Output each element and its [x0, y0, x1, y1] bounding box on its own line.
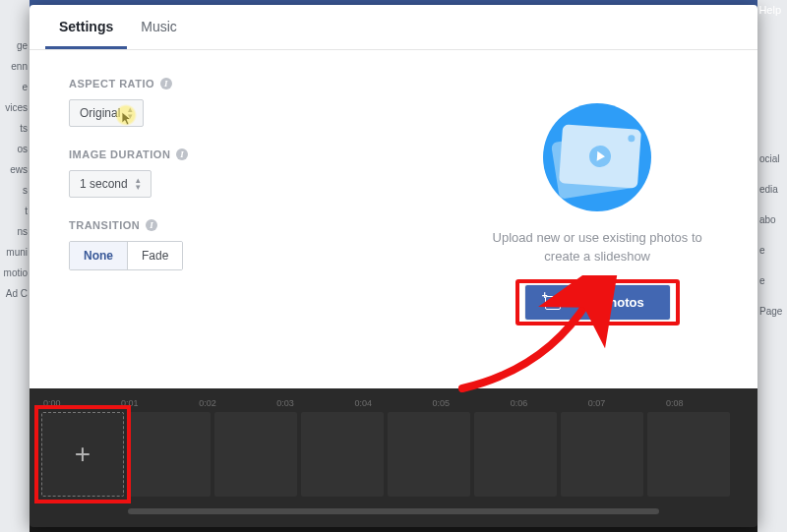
- updown-icon: ▴▾: [128, 106, 133, 120]
- aspect-ratio-value: Original: [80, 106, 120, 120]
- transition-none[interactable]: None: [70, 242, 127, 269]
- image-duration-label: IMAGE DURATION: [69, 148, 170, 160]
- tab-settings[interactable]: Settings: [45, 5, 127, 49]
- play-icon: [588, 145, 611, 167]
- timeline-panel: 0:000:010:020:030:040:050:060:070:08 +: [30, 388, 757, 527]
- slideshow-creator-modal: Settings Music ASPECT RATIO i Original ▴…: [30, 5, 757, 527]
- info-icon[interactable]: i: [176, 148, 188, 160]
- aspect-ratio-dropdown[interactable]: Original ▴▾: [69, 99, 144, 127]
- tabbar: Settings Music: [30, 5, 757, 50]
- add-photos-button[interactable]: Add Photos: [525, 285, 670, 320]
- timeline-slot[interactable]: [214, 412, 297, 497]
- tick: 0:00: [43, 398, 121, 408]
- timeline-ruler: 0:000:010:020:030:040:050:060:070:08: [30, 392, 757, 410]
- image-duration-section: IMAGE DURATION i 1 second ▴▾: [69, 148, 397, 198]
- aspect-ratio-section: ASPECT RATIO i Original ▴▾: [69, 78, 397, 127]
- tick: 0:04: [354, 398, 432, 408]
- plus-icon: +: [75, 439, 91, 470]
- info-icon[interactable]: i: [160, 78, 172, 89]
- preview-panel: Upload new or use existing photos to cre…: [437, 50, 757, 388]
- help-link[interactable]: Help: [758, 4, 781, 16]
- tick: 0:08: [666, 398, 744, 408]
- slideshow-illustration: [533, 103, 661, 211]
- timeline-slot[interactable]: [561, 412, 643, 497]
- aspect-ratio-label: ASPECT RATIO: [69, 78, 154, 89]
- add-photos-label: Add Photos: [573, 295, 644, 310]
- bg-left: geennevicestsosewsstnsmunimotioAd C: [0, 26, 30, 532]
- timeline-slot[interactable]: [128, 412, 211, 497]
- image-duration-dropdown[interactable]: 1 second ▴▾: [69, 170, 151, 198]
- timeline-slot[interactable]: [388, 412, 470, 497]
- timeline-scrollbar[interactable]: [128, 508, 659, 514]
- transition-segmented: None Fade: [69, 241, 183, 270]
- timeline-slot[interactable]: [301, 412, 384, 497]
- transition-fade[interactable]: Fade: [127, 242, 182, 269]
- transition-label: TRANSITION: [69, 219, 140, 231]
- bg-right: ocialediaaboeePage: [757, 26, 787, 532]
- tick: 0:07: [588, 398, 666, 408]
- updown-icon: ▴▾: [136, 177, 141, 191]
- preview-hint: Upload new or use existing photos to cre…: [476, 229, 718, 266]
- transition-section: TRANSITION i None Fade: [69, 219, 397, 270]
- tick: 0:01: [121, 398, 199, 408]
- tick: 0:05: [433, 398, 511, 408]
- image-duration-value: 1 second: [80, 177, 128, 191]
- tick: 0:03: [276, 398, 354, 408]
- timeline-slot[interactable]: [647, 412, 730, 497]
- timeline-slot[interactable]: [474, 412, 557, 497]
- add-slide-slot[interactable]: +: [41, 412, 124, 497]
- photo-plus-icon: [545, 296, 561, 310]
- timeline-thumbs: +: [30, 410, 757, 508]
- tick: 0:06: [511, 398, 588, 408]
- info-icon[interactable]: i: [146, 219, 157, 231]
- settings-panel: ASPECT RATIO i Original ▴▾ IMAGE DURATIO…: [30, 50, 437, 388]
- tab-music[interactable]: Music: [127, 5, 191, 49]
- tick: 0:02: [199, 398, 276, 408]
